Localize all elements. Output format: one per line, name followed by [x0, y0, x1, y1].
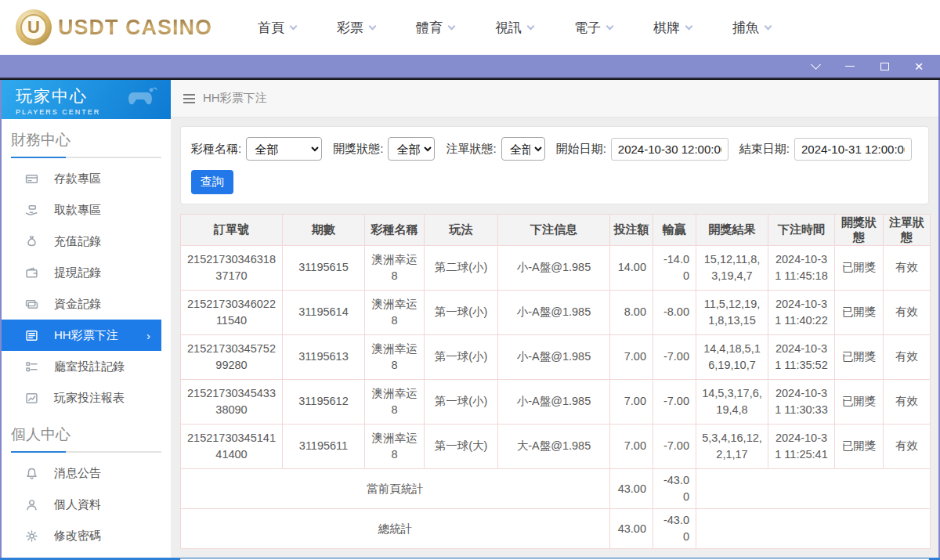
nav-item-1[interactable]: 彩票 [337, 19, 375, 37]
chevron-right-icon: › [146, 329, 150, 342]
start-date-label: 開始日期: [556, 142, 606, 157]
table-cell: 第二球(小) [425, 246, 498, 291]
chevron-down-icon [290, 22, 298, 30]
minimize-icon[interactable] [843, 60, 857, 74]
deposit-card-icon [25, 172, 38, 186]
table-cell: 31195612 [283, 380, 365, 425]
nav-item-5[interactable]: 棋牌 [653, 19, 692, 37]
sidebar-item-notices[interactable]: 消息公告 [2, 457, 161, 489]
table-cell: 小-A盤@1.985 [498, 335, 610, 380]
hamburger-menu-icon[interactable] [183, 94, 195, 103]
column-header: 下注信息 [498, 215, 610, 246]
table-cell: 2024-10-31 11:35:52 [768, 335, 835, 380]
summary-label: 當前頁統計 [181, 469, 610, 509]
lottery-name-label: 彩種名稱: [191, 142, 241, 157]
start-date-input[interactable] [611, 138, 728, 161]
page-title: HH彩票下注 [203, 91, 267, 106]
table-cell: 2152173034514141400 [181, 425, 283, 469]
table-cell: 14,5,3,17,6,19,4,8 [696, 380, 768, 425]
summary-label: 總統計 [181, 509, 610, 549]
table-row: 215217303454333809031195612澳洲幸运8第一球(小)小-… [181, 380, 931, 425]
maximize-icon[interactable] [877, 60, 891, 74]
table-cell: -7.00 [653, 380, 696, 425]
table-cell: 小-A盤@1.985 [498, 291, 610, 335]
sidebar-item-profile[interactable]: 個人資料 [2, 489, 161, 520]
order-status-label: 注單狀態: [446, 142, 496, 157]
top-navigation: 首頁彩票體育視訊電子棋牌捕魚 [258, 19, 771, 37]
end-date-input[interactable] [794, 138, 912, 161]
table-cell: 31195613 [283, 335, 365, 380]
table-cell: 2152173034602211540 [181, 291, 283, 335]
table-cell: 2152173034543338090 [181, 380, 283, 425]
column-header: 輸贏 [653, 215, 696, 246]
sidebar-item-recharge-records[interactable]: 充值記錄 [2, 226, 161, 257]
doc-list-icon [25, 329, 38, 342]
table-cell: 11,5,12,19,1,8,13,15 [696, 291, 768, 335]
table-cell: 14,4,18,5,16,19,10,7 [696, 335, 768, 380]
table-cell: 第一球(小) [425, 380, 498, 425]
nav-item-label: 彩票 [337, 19, 363, 37]
table-cell: -14.00 [653, 246, 696, 291]
table-row: 215217303451414140031195611澳洲幸运8第一球(大)大-… [181, 425, 931, 469]
table-cell: 有效 [884, 335, 931, 380]
nav-item-3[interactable]: 視訊 [495, 19, 533, 37]
table-cell: 已開獎 [835, 246, 884, 291]
table-cell: 5,3,4,16,12,2,1,17 [696, 425, 768, 469]
lottery-name-select[interactable]: 全部 [246, 137, 322, 161]
table-cell: 7.00 [610, 380, 653, 425]
summary-empty-cell [696, 509, 931, 549]
nav-item-2[interactable]: 體育 [416, 19, 454, 37]
table-cell: 已開獎 [835, 335, 884, 380]
search-button[interactable]: 查詢 [191, 170, 233, 194]
sidebar-item-withdrawal-records[interactable]: 提現記錄 [2, 257, 161, 288]
section-underline [11, 451, 161, 453]
draw-status-select[interactable]: 全部 [388, 137, 435, 161]
sidebar-item-hh-lottery-bets[interactable]: HH彩票下注› [2, 320, 161, 351]
order-status-select[interactable]: 全部 [501, 137, 545, 161]
table-cell: 有效 [884, 246, 931, 291]
sidebar-item-label: 修改密碼 [54, 529, 101, 544]
table-cell: 2024-10-31 11:40:22 [768, 291, 835, 335]
sidebar-item-withdraw[interactable]: 取款專區 [2, 194, 161, 226]
report-chart-icon [25, 392, 38, 405]
person-icon [25, 498, 38, 511]
list-check-icon [25, 360, 38, 374]
chevron-down-icon[interactable] [808, 60, 822, 74]
section-underline [11, 157, 161, 158]
column-header: 投注額 [610, 215, 653, 246]
sidebar-item-label: 廳室投註記錄 [54, 359, 125, 374]
table-cell: -7.00 [653, 335, 696, 380]
table-cell: 8.00 [610, 291, 653, 335]
sidebar-item-fund-records[interactable]: 資金記錄 [2, 288, 161, 320]
table-cell: 有效 [884, 380, 931, 425]
sidebar-item-label: 充值記錄 [54, 234, 101, 249]
nav-item-0[interactable]: 首頁 [258, 19, 296, 37]
breadcrumb: HH彩票下注 [171, 80, 938, 117]
sidebar-item-player-bet-report[interactable]: 玩家投注報表 [2, 382, 161, 414]
sidebar-item-label: 取款專區 [54, 203, 101, 218]
column-header: 注單狀態 [884, 215, 931, 246]
close-icon[interactable]: × [912, 60, 926, 74]
table-cell: 31195615 [283, 246, 365, 291]
sidebar-item-room-bet-records[interactable]: 廳室投註記錄 [2, 351, 161, 382]
table-cell: 澳洲幸运8 [365, 425, 425, 469]
brand-logo: U USDT CASINO [16, 9, 212, 45]
table-cell: 第一球(小) [425, 291, 498, 335]
table-row: 215217303457529928031195613澳洲幸运8第一球(小)小-… [181, 335, 931, 380]
nav-item-6[interactable]: 捕魚 [732, 19, 771, 37]
sidebar-item-change-password[interactable]: 修改密碼 [2, 520, 161, 551]
sidebar-item-deposit[interactable]: 存款專區 [2, 163, 161, 194]
gamepad-icon [127, 86, 160, 110]
site-header: U USDT CASINO 首頁彩票體育視訊電子棋牌捕魚 [0, 0, 940, 55]
table-cell: 14.00 [610, 246, 653, 291]
nav-item-label: 視訊 [495, 19, 522, 37]
bell-icon [25, 467, 38, 480]
bets-table: 訂單號期數彩種名稱玩法下注信息投注額輸贏開獎結果下注時間開獎狀態注單狀態2152… [180, 214, 931, 549]
table-cell: 2152173034575299280 [181, 335, 283, 380]
nav-item-4[interactable]: 電子 [574, 19, 613, 37]
table-cell: 7.00 [610, 335, 653, 380]
table-cell: 澳洲幸运8 [365, 380, 425, 425]
column-header: 下注時間 [768, 215, 835, 246]
column-header: 開獎狀態 [835, 215, 884, 246]
table-cell: 澳洲幸运8 [365, 335, 425, 380]
